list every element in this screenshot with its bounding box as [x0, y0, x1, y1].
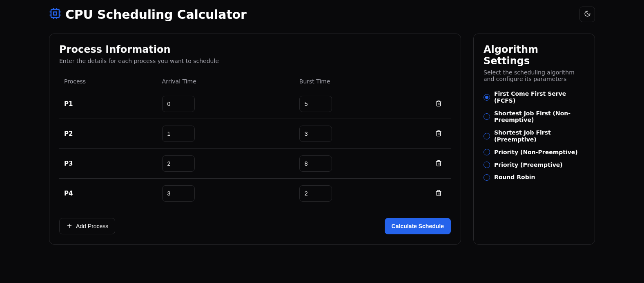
- algo-card-title: Algorithm Settings: [484, 44, 585, 67]
- moon-icon: [584, 10, 591, 18]
- trash-icon: [435, 190, 442, 198]
- col-arrival: Arrival Time: [157, 74, 294, 89]
- process-table: Process Arrival Time Burst Time P1P2P3P4: [59, 74, 451, 208]
- algorithm-option[interactable]: Priority (Preemptive): [484, 162, 585, 168]
- theme-toggle-button[interactable]: [579, 7, 595, 22]
- algorithm-option-label: Shortest Job First (Preemptive): [494, 129, 585, 143]
- table-row: P2: [59, 119, 451, 149]
- process-card-description: Enter the details for each process you w…: [59, 58, 451, 64]
- process-card-title: Process Information: [59, 44, 451, 55]
- algorithm-option-label: Shortest Job First (Non-Preemptive): [494, 110, 585, 124]
- process-name-cell: P4: [59, 179, 157, 209]
- algorithm-option[interactable]: Round Robin: [484, 174, 585, 181]
- radio-icon: [484, 149, 490, 155]
- radio-icon: [484, 133, 490, 139]
- arrival-input[interactable]: [162, 155, 195, 172]
- algorithm-option[interactable]: Shortest Job First (Preemptive): [484, 129, 585, 143]
- table-row: P3: [59, 149, 451, 179]
- svg-rect-0: [51, 9, 59, 18]
- algorithm-radio-group: First Come First Serve (FCFS)Shortest Jo…: [484, 90, 585, 181]
- burst-input[interactable]: [299, 185, 332, 202]
- arrival-input[interactable]: [162, 185, 195, 202]
- table-row: P4: [59, 179, 451, 209]
- arrival-input[interactable]: [162, 126, 195, 142]
- radio-icon: [484, 174, 490, 181]
- algo-card-description: Select the scheduling algorithm and conf…: [484, 69, 585, 82]
- arrival-cell: [157, 89, 294, 119]
- plus-icon: [66, 222, 73, 230]
- add-process-label: Add Process: [76, 223, 108, 229]
- calculate-button[interactable]: Calculate Schedule: [385, 218, 451, 234]
- delete-row-button[interactable]: [431, 186, 446, 201]
- burst-cell: [294, 149, 426, 179]
- svg-rect-1: [53, 12, 57, 15]
- trash-icon: [435, 160, 442, 168]
- process-name-cell: P1: [59, 89, 157, 119]
- table-row: P1: [59, 89, 451, 119]
- arrival-cell: [157, 119, 294, 149]
- burst-cell: [294, 89, 426, 119]
- algorithm-option-label: Round Robin: [494, 174, 535, 181]
- process-name-cell: P2: [59, 119, 157, 149]
- title-wrap: CPU Scheduling Calculator: [49, 7, 247, 22]
- arrival-cell: [157, 149, 294, 179]
- arrival-input[interactable]: [162, 96, 195, 112]
- process-info-card: Process Information Enter the details fo…: [49, 34, 461, 245]
- algorithm-option-label: Priority (Non-Preemptive): [494, 149, 578, 156]
- algorithm-option[interactable]: Shortest Job First (Non-Preemptive): [484, 110, 585, 124]
- process-card-footer: Add Process Calculate Schedule: [59, 218, 451, 234]
- burst-input[interactable]: [299, 126, 332, 142]
- algorithm-option[interactable]: Priority (Non-Preemptive): [484, 149, 585, 156]
- col-action: [426, 74, 451, 89]
- action-cell: [426, 149, 451, 179]
- burst-cell: [294, 119, 426, 149]
- cpu-icon: [49, 7, 61, 21]
- radio-icon: [484, 94, 490, 101]
- trash-icon: [435, 130, 442, 138]
- arrival-cell: [157, 179, 294, 209]
- burst-input[interactable]: [299, 96, 332, 112]
- col-process: Process: [59, 74, 157, 89]
- page-title: CPU Scheduling Calculator: [65, 7, 247, 22]
- col-burst: Burst Time: [294, 74, 426, 89]
- delete-row-button[interactable]: [431, 126, 446, 141]
- action-cell: [426, 89, 451, 119]
- radio-icon: [484, 113, 490, 120]
- action-cell: [426, 179, 451, 209]
- app-header: CPU Scheduling Calculator: [49, 7, 595, 22]
- algorithm-option[interactable]: First Come First Serve (FCFS): [484, 90, 585, 104]
- action-cell: [426, 119, 451, 149]
- burst-cell: [294, 179, 426, 209]
- algorithm-option-label: Priority (Preemptive): [494, 162, 563, 168]
- delete-row-button[interactable]: [431, 156, 446, 171]
- trash-icon: [435, 100, 442, 108]
- calculate-label: Calculate Schedule: [392, 223, 444, 229]
- algorithm-option-label: First Come First Serve (FCFS): [494, 90, 585, 104]
- burst-input[interactable]: [299, 155, 332, 172]
- add-process-button[interactable]: Add Process: [59, 218, 115, 234]
- algorithm-settings-card: Algorithm Settings Select the scheduling…: [473, 34, 595, 245]
- radio-icon: [484, 162, 490, 168]
- process-name-cell: P3: [59, 149, 157, 179]
- delete-row-button[interactable]: [431, 97, 446, 111]
